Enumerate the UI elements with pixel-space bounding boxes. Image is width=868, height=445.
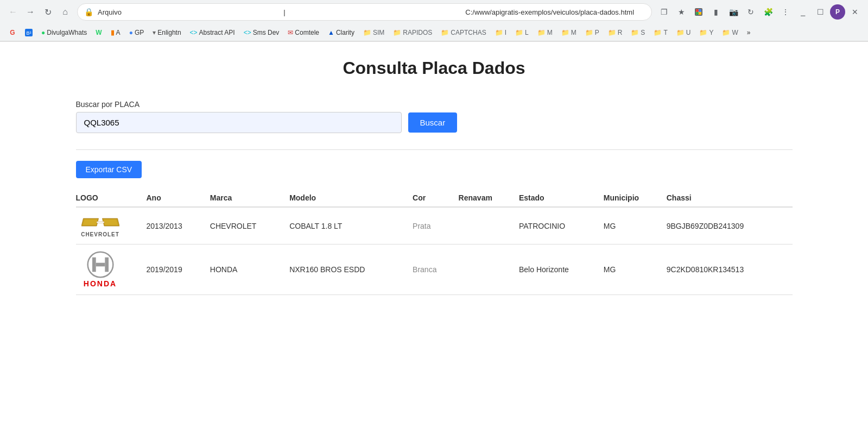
search-button[interactable]: Buscar [408, 112, 458, 133]
camera-button[interactable]: 📷 [726, 4, 741, 20]
close-button[interactable]: ✕ [847, 4, 863, 20]
bookmark-r[interactable]: 📁 R [605, 28, 626, 37]
bookmark-sim[interactable]: 📁 SIM [360, 28, 388, 37]
address-url: C:/www/apigratis-exemplos/veiculos/placa… [465, 8, 645, 16]
table-row: CHEVROLET 2013/2013 CHEVROLET COBALT 1.8… [76, 207, 793, 245]
row2-renavam [459, 245, 519, 295]
bookmark-g[interactable]: G [5, 28, 20, 37]
row2-estado: Belo Horizonte [519, 245, 604, 295]
logo-cell-chevrolet: CHEVROLET [76, 207, 147, 245]
bookmark-b3[interactable]: B³ [22, 28, 36, 37]
extensions-button[interactable] [691, 4, 706, 20]
row1-renavam [459, 207, 519, 245]
chevrolet-logo: CHEVROLET [76, 214, 125, 237]
col-municipio: Municipio [604, 189, 667, 207]
col-ano: Ano [147, 189, 210, 207]
sync-button[interactable]: ↻ [743, 4, 758, 20]
row2-cor: Branca [413, 245, 459, 295]
bookmark-rapidos[interactable]: 📁 RAPIDOS [390, 28, 435, 37]
col-cor: Cor [413, 189, 459, 207]
bookmark-divulgawhats[interactable]: ● DivulgaWhats [38, 28, 90, 37]
address-prefix: Arquivo [98, 8, 277, 16]
bookmark-w[interactable]: W [92, 28, 105, 37]
cast-button[interactable]: ▮ [708, 4, 724, 20]
browser-toolbar: ← → ↻ ⌂ 🔒 Arquivo | C:/www/apigratis-exe… [0, 0, 868, 24]
bookmark-button[interactable]: ★ [674, 4, 689, 20]
bookmark-y[interactable]: 📁 Y [696, 28, 717, 37]
row2-chassi: 9C2KD0810KR134513 [667, 245, 793, 295]
row1-municipio: MG [604, 207, 667, 245]
bookmark-p[interactable]: 📁 P [582, 28, 603, 37]
bookmark-u[interactable]: 📁 U [673, 28, 694, 37]
table-header: LOGO Ano Marca Modelo Cor Renavam Estado… [76, 189, 793, 207]
bookmarks-bar: G B³ ● DivulgaWhats W ▮ A ● GP ▾ Enlight… [0, 24, 868, 41]
col-modelo: Modelo [289, 189, 413, 207]
address-bar[interactable]: 🔒 Arquivo | C:/www/apigratis-exemplos/ve… [77, 3, 652, 21]
export-csv-button[interactable]: Exportar CSV [76, 161, 142, 178]
bookmark-m1[interactable]: 📁 M [534, 28, 556, 37]
row1-marca: CHEVROLET [210, 207, 289, 245]
forward-button[interactable]: → [23, 4, 38, 20]
bookmark-gp[interactable]: ● GP [126, 28, 148, 37]
search-label: Buscar por PLACA [76, 100, 793, 109]
row2-ano: 2019/2019 [147, 245, 210, 295]
screenshot-button[interactable]: ❐ [656, 4, 671, 20]
svg-rect-3 [96, 263, 105, 267]
browser-chrome: ← → ↻ ⌂ 🔒 Arquivo | C:/www/apigratis-exe… [0, 0, 868, 42]
lock-icon: 🔒 [84, 8, 93, 16]
bookmarks-more[interactable]: » [744, 28, 754, 37]
row1-estado: PATROCINIO [519, 207, 604, 245]
table-row: HONDA 2019/2019 HONDA NXR160 BROS ESDD B… [76, 245, 793, 295]
search-input[interactable] [76, 112, 402, 133]
col-chassi: Chassi [667, 189, 793, 207]
col-estado: Estado [519, 189, 604, 207]
row2-modelo: NXR160 BROS ESDD [289, 245, 413, 295]
row1-cor: Prata [413, 207, 459, 245]
page-title: Consulta Placa Dados [76, 58, 793, 78]
bookmark-sms-dev[interactable]: <> Sms Dev [240, 28, 283, 37]
bookmark-s[interactable]: 📁 S [628, 28, 648, 37]
home-button[interactable]: ⌂ [58, 4, 73, 20]
bookmark-abstract-api[interactable]: <> Abstract API [187, 28, 238, 37]
row2-marca: HONDA [210, 245, 289, 295]
search-section: Buscar por PLACA Buscar [76, 100, 793, 133]
bookmark-captchas[interactable]: 📁 CAPTCHAS [438, 28, 489, 37]
search-row: Buscar [76, 112, 793, 133]
nav-buttons: ← → ↻ ⌂ [5, 4, 73, 20]
chevrolet-text: CHEVROLET [81, 231, 119, 237]
bookmark-comtele[interactable]: ✉ Comtele [284, 28, 322, 37]
svg-rect-1 [92, 258, 96, 272]
minimize-button[interactable]: ⎯ [795, 4, 810, 20]
col-marca: Marca [210, 189, 289, 207]
bookmark-w2[interactable]: 📁 W [719, 28, 741, 37]
bookmark-i[interactable]: 📁 I [492, 28, 510, 37]
honda-h-icon [87, 251, 114, 278]
col-renavam: Renavam [459, 189, 519, 207]
table-body: CHEVROLET 2013/2013 CHEVROLET COBALT 1.8… [76, 207, 793, 295]
honda-logo: HONDA [76, 251, 125, 288]
back-button[interactable]: ← [5, 4, 21, 20]
bookmark-clarity[interactable]: ▲ Clarity [325, 28, 358, 37]
bookmark-t[interactable]: 📁 T [650, 28, 670, 37]
bookmark-l[interactable]: 📁 L [512, 28, 532, 37]
row2-municipio: MG [604, 245, 667, 295]
address-separator: | [282, 8, 461, 16]
col-logo: LOGO [76, 189, 147, 207]
row1-chassi: 9BGJB69Z0DB241309 [667, 207, 793, 245]
chevy-bowtie-icon [81, 214, 119, 230]
reload-button[interactable]: ↻ [40, 4, 55, 20]
row1-modelo: COBALT 1.8 LT [289, 207, 413, 245]
profile-avatar[interactable]: P [830, 4, 845, 20]
bookmark-enlightn[interactable]: ▾ Enlightn [149, 28, 184, 37]
bookmark-a[interactable]: ▮ A [107, 28, 124, 37]
menu-button[interactable]: ⋮ [778, 4, 793, 20]
logo-cell-honda: HONDA [76, 245, 147, 295]
svg-rect-2 [105, 258, 109, 272]
maximize-button[interactable]: ☐ [813, 4, 828, 20]
results-table: LOGO Ano Marca Modelo Cor Renavam Estado… [76, 189, 793, 295]
puzzle-button[interactable]: 🧩 [761, 4, 776, 20]
bookmark-m2[interactable]: 📁 M [558, 28, 580, 37]
row1-ano: 2013/2013 [147, 207, 210, 245]
browser-actions: ❐ ★ ▮ 📷 ↻ 🧩 ⋮ ⎯ ☐ P ✕ [656, 4, 863, 20]
section-divider [76, 149, 793, 150]
